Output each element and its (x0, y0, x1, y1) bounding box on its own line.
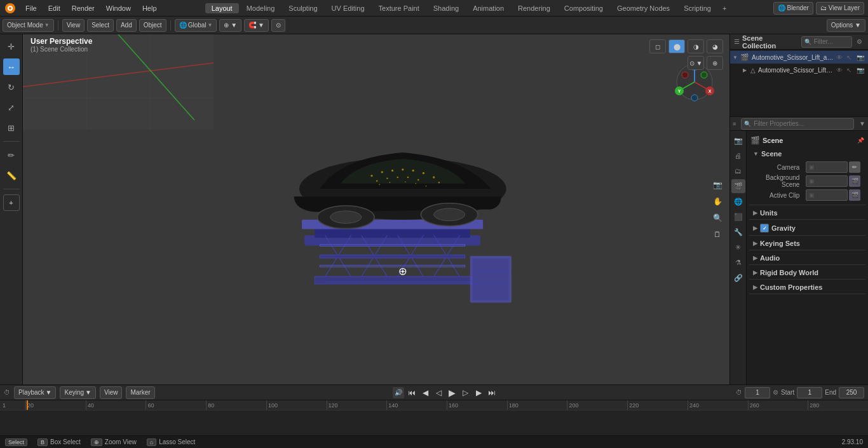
physics-props-tab[interactable]: ⚗ (731, 255, 745, 269)
add-menu-btn[interactable]: Add (116, 19, 137, 32)
menu-help[interactable]: Help (137, 3, 162, 13)
active-clip-icon[interactable]: 🎬 (849, 189, 860, 201)
camera-nav-btn[interactable]: 📷 (710, 178, 724, 192)
mode-select-btn[interactable]: Object Mode ▼ (3, 19, 54, 32)
prev-keyframe-btn[interactable]: ◁ (433, 387, 444, 398)
expand-arrow-1[interactable]: ▶ (743, 67, 749, 73)
output-props-tab[interactable]: 🖨 (731, 149, 745, 163)
expand-arrow-0[interactable]: ▼ (733, 55, 739, 60)
annotation-view-btn[interactable]: 🗒 (710, 227, 724, 241)
timeline-view-btn[interactable]: View (100, 386, 123, 399)
view-layer-selector[interactable]: 🗂 View Layer (816, 2, 864, 15)
audio-toggle-btn[interactable]: 🔊 (393, 387, 404, 398)
next-keyframe-btn[interactable]: ▷ (459, 387, 471, 398)
audio-section-header[interactable]: ▶ Audio (749, 252, 865, 264)
custom-props-header[interactable]: ▶ Custom Properties (749, 281, 865, 294)
next-frame-btn[interactable]: ▶ (473, 387, 484, 398)
rotate-tool[interactable]: ↻ (3, 79, 20, 95)
tab-modeling[interactable]: Modeling (240, 3, 281, 13)
view-menu-btn[interactable]: View (62, 19, 85, 32)
tab-uv-editing[interactable]: UV Editing (325, 3, 371, 13)
solid-shading-btn[interactable]: ⬤ (668, 39, 685, 53)
tab-animation[interactable]: Animation (466, 3, 510, 13)
scene-section-header[interactable]: ▼ Scene (749, 147, 865, 160)
marker-btn[interactable]: Marker (126, 386, 154, 399)
prev-frame-btn[interactable]: ◀ (419, 387, 431, 398)
tab-sculpting[interactable]: Sculpting (282, 3, 323, 13)
tab-shading[interactable]: Shading (427, 3, 465, 13)
camera-input[interactable]: ▣ (806, 161, 848, 173)
particles-props-tab[interactable]: ✳ (731, 240, 745, 254)
units-section-header[interactable]: ▶ Units (749, 207, 865, 219)
cursor-tool[interactable]: ✛ (3, 38, 20, 55)
keying-sets-header[interactable]: ▶ Keying Sets (749, 237, 865, 250)
filter-btn[interactable]: ⚙ (855, 37, 864, 47)
object-props-tab[interactable]: ⬛ (731, 210, 745, 224)
camera-edit-btn[interactable]: ✏ (849, 161, 860, 173)
jump-start-btn[interactable]: ⏮ (406, 387, 417, 398)
outliner-item-1[interactable]: ▶ △ Automotive_Scissor_Lift_... 👁 ↖ 📷 (730, 64, 868, 76)
rigid-body-header[interactable]: ▶ Rigid Body World (749, 266, 865, 279)
menu-file[interactable]: File (20, 3, 42, 13)
item-vis-btn-0[interactable]: 👁 (836, 54, 845, 61)
xray-toggle-btn[interactable]: ⊕ (707, 56, 723, 70)
scene-props-tab[interactable]: 🎬 (731, 179, 745, 193)
gravity-checkbox[interactable]: ✓ (760, 224, 769, 233)
scene-panel-pin[interactable]: 📌 (857, 137, 864, 144)
tab-geometry-nodes[interactable]: Geometry Nodes (611, 3, 676, 13)
rendered-shading-btn[interactable]: ◕ (707, 39, 723, 53)
pivot-point-btn[interactable]: ⊕ ▼ (219, 19, 241, 32)
tab-layout[interactable]: Layout (205, 3, 239, 13)
annotate-tool[interactable]: ✏ (3, 147, 20, 163)
move-tool[interactable]: ↔ (3, 58, 20, 75)
constraints-props-tab[interactable]: 🔗 (731, 271, 745, 285)
menu-render[interactable]: Render (67, 3, 100, 13)
outliner-search[interactable]: 🔍 (801, 36, 852, 48)
scale-tool[interactable]: ⤢ (3, 99, 20, 116)
jump-end-btn[interactable]: ⏭ (486, 387, 498, 398)
item-vis-btn-1[interactable]: 👁 (836, 67, 845, 74)
render-props-tab[interactable]: 📷 (731, 133, 745, 147)
gravity-section-header[interactable]: ▶ ✓ Gravity (749, 221, 865, 235)
props-search[interactable]: 🔍 (741, 118, 854, 130)
proportional-edit-btn[interactable]: ⊙ (271, 19, 285, 32)
transform-orient-btn[interactable]: 🌐 Global ▼ (175, 19, 217, 32)
modifier-props-tab[interactable]: 🔧 (731, 225, 745, 239)
background-scene-input[interactable]: ▣ (806, 175, 848, 187)
item-render-btn-0[interactable]: 📷 (857, 54, 865, 61)
background-scene-icon[interactable]: 🎬 (849, 175, 860, 187)
select-menu-btn[interactable]: Select (87, 19, 114, 32)
tab-rendering[interactable]: Rendering (512, 3, 557, 13)
world-props-tab[interactable]: 🌐 (731, 194, 745, 208)
transform-tool[interactable]: ⊞ (3, 119, 20, 136)
active-clip-input[interactable]: ▣ (806, 189, 848, 201)
viewlayer-props-tab[interactable]: 🗂 (731, 164, 745, 178)
add-object-tool[interactable]: + (3, 194, 20, 211)
wireframe-shading-btn[interactable]: ◻ (649, 39, 666, 53)
viewport-3d[interactable]: User Perspective (1) Scene Collection ◻ … (23, 34, 729, 384)
overlay-toggle-btn[interactable]: ⊙ ▼ (688, 56, 704, 70)
outliner-item-0[interactable]: ▼ 🎬 Automotive_Scissor_Lift_and... 👁 ↖ 📷 (730, 51, 868, 64)
keying-menu-btn[interactable]: Keying ▼ (60, 386, 95, 399)
props-search-input[interactable] (754, 120, 851, 127)
scene-selector[interactable]: 🌐 Blender (773, 2, 813, 15)
measure-tool[interactable]: 📏 (3, 167, 20, 184)
item-sel-btn-0[interactable]: ↖ (846, 54, 855, 61)
tab-texture-paint[interactable]: Texture Paint (372, 3, 426, 13)
start-frame-input[interactable]: 1 (797, 387, 822, 398)
object-menu-btn[interactable]: Object (139, 19, 166, 32)
tab-scripting[interactable]: Scripting (677, 3, 717, 13)
current-frame-input[interactable]: 1 (745, 387, 770, 398)
options-btn[interactable]: Options ▼ (827, 19, 865, 32)
menu-window[interactable]: Window (101, 3, 136, 13)
end-frame-input[interactable]: 250 (839, 387, 864, 398)
zoom-view-btn[interactable]: 🔍 (710, 211, 724, 225)
item-render-btn-1[interactable]: 📷 (857, 67, 865, 74)
material-shading-btn[interactable]: ◑ (688, 39, 704, 53)
move-view-btn[interactable]: ✋ (710, 194, 724, 208)
menu-edit[interactable]: Edit (43, 3, 65, 13)
snap-btn[interactable]: 🧲 ▼ (244, 19, 269, 32)
add-workspace-btn[interactable]: + (719, 3, 730, 13)
tab-compositing[interactable]: Compositing (558, 3, 609, 13)
playback-menu-btn[interactable]: Playback ▼ (14, 386, 56, 399)
